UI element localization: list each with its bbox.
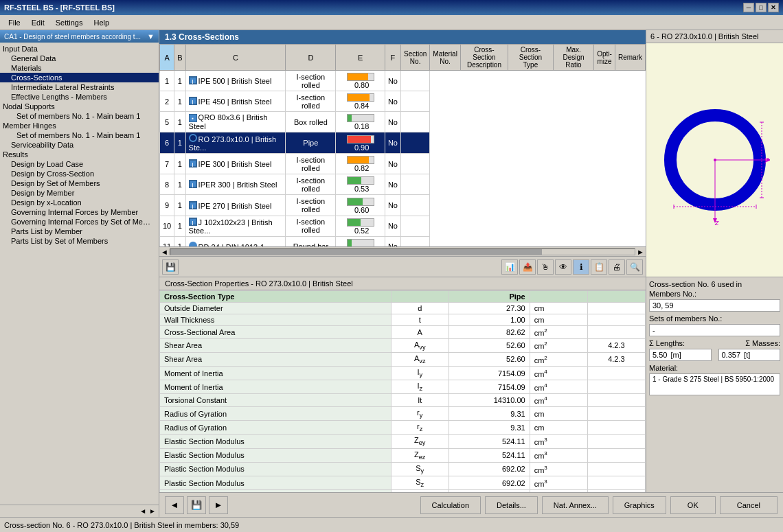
maximize-button[interactable]: □ xyxy=(756,3,767,12)
nav-prev-button[interactable]: ◄ xyxy=(165,496,184,514)
tree-cross-sections[interactable]: Cross-Sections xyxy=(0,73,159,82)
prop-name-cell: Cross-Section Type xyxy=(160,291,392,303)
col-a-header: A xyxy=(160,45,174,71)
ok-button[interactable]: OK xyxy=(670,496,716,514)
eye-button[interactable]: 👁 xyxy=(555,259,571,275)
status-text: Cross-section No. 6 - RO 273.0x10.0 | Br… xyxy=(4,521,239,529)
tree-input-data[interactable]: Input Data xyxy=(0,44,159,54)
remark-cell xyxy=(400,216,429,236)
col-b-header: B xyxy=(174,45,185,71)
menu-settings[interactable]: Settings xyxy=(50,17,89,28)
material-no-cell: 1 xyxy=(174,236,185,246)
minimize-button[interactable]: ─ xyxy=(743,3,754,12)
remark-cell xyxy=(400,236,429,246)
nav-next-button[interactable]: ► xyxy=(209,496,228,514)
tree-parts-set[interactable]: Parts List by Set of Members xyxy=(0,236,159,246)
nav-save-button[interactable]: 💾 xyxy=(187,496,206,514)
graphics-button[interactable]: Graphics xyxy=(613,496,666,514)
sets-group: Sets of members No.: - xyxy=(649,314,780,336)
table-row[interactable]: 10 1 IJ 102x102x23 | British Stee... I-s… xyxy=(160,216,646,236)
members-no-label: Members No.: xyxy=(649,290,780,298)
props-table-container[interactable]: Cross-Section Type Pipe Outside Diameter… xyxy=(159,290,646,492)
title-bar: RF-STEEL BS - [RF-STEEL BS] ─ □ ✕ xyxy=(0,0,783,15)
nat-annex-button[interactable]: Nat. Annex... xyxy=(542,496,609,514)
dropdown-arrow-icon[interactable]: ▼ xyxy=(147,32,155,41)
tree-design-x[interactable]: Design by x-Location xyxy=(0,198,159,207)
tree-member-hinges[interactable]: Member Hinges xyxy=(0,121,159,130)
material-group: Material: 1 - Grade S 275 Steel | BS 595… xyxy=(649,364,780,395)
table-row[interactable]: 6 1 RO 273.0x10.0 | British Ste... Pipe … xyxy=(160,132,646,154)
tree-materials[interactable]: Materials xyxy=(0,63,159,73)
select-button[interactable]: 🖱 xyxy=(537,259,554,275)
export-excel-button[interactable]: 📊 xyxy=(501,259,518,275)
tree-nodal-supports[interactable]: Nodal Supports xyxy=(0,102,159,111)
details-button[interactable]: Details... xyxy=(485,496,538,514)
tree-parts-member[interactable]: Parts List by Member xyxy=(0,227,159,236)
scroll-right-icon[interactable]: ► xyxy=(148,507,157,515)
copy-button[interactable]: 📋 xyxy=(591,259,607,275)
tree-design-set[interactable]: Design by Set of Members xyxy=(0,178,159,188)
bottom-btn-bar: ◄ 💾 ► Calculation Details... Nat. Annex.… xyxy=(159,492,783,517)
tree-gov-set[interactable]: Governing Internal Forces by Set of Memb… xyxy=(0,217,159,227)
section-no-cell: 6 xyxy=(160,132,174,154)
props-row: Plastic Section Modulus Sy 692.02 cm3 xyxy=(160,462,646,476)
tree-hinge-set1[interactable]: Set of members No. 1 - Main beam 1 xyxy=(0,130,159,140)
zoom-button[interactable]: 🔍 xyxy=(626,259,643,275)
case-dropdown[interactable]: CA1 - Design of steel members according … xyxy=(4,33,146,41)
import-button[interactable]: 💾 xyxy=(162,259,179,275)
prop-value-cell: 52.60 xyxy=(449,338,530,352)
tree-results[interactable]: Results xyxy=(0,150,159,159)
tree-serviceability[interactable]: Serviceability Data xyxy=(0,140,159,150)
tree-effective-lengths[interactable]: Effective Lengths - Members xyxy=(0,92,159,102)
properties-table: Cross-Section Type Pipe Outside Diameter… xyxy=(159,290,646,492)
table-row[interactable]: 11 1 RD 24 | DIN 1013-1 Round bar 0.16 N… xyxy=(160,236,646,246)
scroll-left-btn[interactable]: ◄ xyxy=(161,248,168,256)
props-row: Cross-Section Type Pipe xyxy=(160,291,646,303)
prop-ref-cell xyxy=(587,314,645,326)
cancel-button[interactable]: Cancel xyxy=(720,496,778,514)
material-no-cell: 1 xyxy=(174,71,185,91)
prop-name-cell: Shear Area xyxy=(160,352,392,366)
menu-file[interactable]: File xyxy=(3,17,26,28)
scroll-left-icon[interactable]: ◄ xyxy=(138,507,148,515)
app-title: RF-STEEL BS - [RF-STEEL BS] xyxy=(4,3,115,12)
prop-name-cell: Plastic Section Modulus xyxy=(160,476,392,490)
type-cell: I-section rolled xyxy=(286,195,336,216)
prop-unit-cell: cm3 xyxy=(530,435,587,448)
prop-symbol-cell: t xyxy=(391,314,449,326)
tree-intermediate-lateral[interactable]: Intermediate Lateral Restraints xyxy=(0,82,159,92)
prop-symbol-cell: Zey xyxy=(391,435,449,448)
scroll-right-btn[interactable]: ► xyxy=(637,248,644,256)
material-no-cell: 1 xyxy=(174,112,185,132)
prop-unit-cell: cm4 xyxy=(530,394,587,407)
right-info-panel: Cross-section No. 6 used in Members No.:… xyxy=(646,277,783,492)
tree-nodal-set1[interactable]: Set of members No. 1 - Main beam 1 xyxy=(0,111,159,121)
table-row[interactable]: 5 1 ▪QRO 80x3.6 | British Steel Box roll… xyxy=(160,112,646,132)
table-row[interactable]: 8 1 IIPER 300 | British Steel I-section … xyxy=(160,174,646,195)
prop-value-cell: 692.02 xyxy=(449,462,530,476)
table-row[interactable]: 9 1 IIPE 270 | British Steel I-section r… xyxy=(160,195,646,216)
prop-symbol-cell: It xyxy=(391,394,449,407)
calculation-button[interactable]: Calculation xyxy=(420,496,481,514)
close-button[interactable]: ✕ xyxy=(768,3,779,12)
menu-edit[interactable]: Edit xyxy=(26,17,50,28)
table-container[interactable]: A B C D E F SectionNo. xyxy=(159,44,646,246)
tree-design-load[interactable]: Design by Load Case xyxy=(0,159,159,169)
ratio-cell: 0.52 xyxy=(336,216,385,236)
table-row[interactable]: 1 1 IIPE 500 | British Steel I-section r… xyxy=(160,71,646,91)
description-cell: IIPE 300 | British Steel xyxy=(185,154,286,174)
menu-help[interactable]: Help xyxy=(88,17,115,28)
prop-symbol-cell: Zez xyxy=(391,448,449,462)
description-cell: ▪QRO 80x3.6 | British Steel xyxy=(185,112,286,132)
info-button[interactable]: ℹ xyxy=(573,259,589,275)
tree-design-cross[interactable]: Design by Cross-Section xyxy=(0,169,159,178)
table-row[interactable]: 7 1 IIPE 300 | British Steel I-section r… xyxy=(160,154,646,174)
prop-unit-cell: cm4 xyxy=(530,367,587,380)
tree-gov-member[interactable]: Governing Internal Forces by Member xyxy=(0,207,159,217)
table-row[interactable]: 2 1 IIPE 450 | British Steel I-section r… xyxy=(160,91,646,112)
tree-design-member[interactable]: Design by Member xyxy=(0,188,159,198)
export-button[interactable]: 📤 xyxy=(519,259,536,275)
table-scroll-bar[interactable]: ◄ ► xyxy=(159,246,646,256)
tree-general-data[interactable]: General Data xyxy=(0,54,159,63)
print-button[interactable]: 🖨 xyxy=(609,259,625,275)
